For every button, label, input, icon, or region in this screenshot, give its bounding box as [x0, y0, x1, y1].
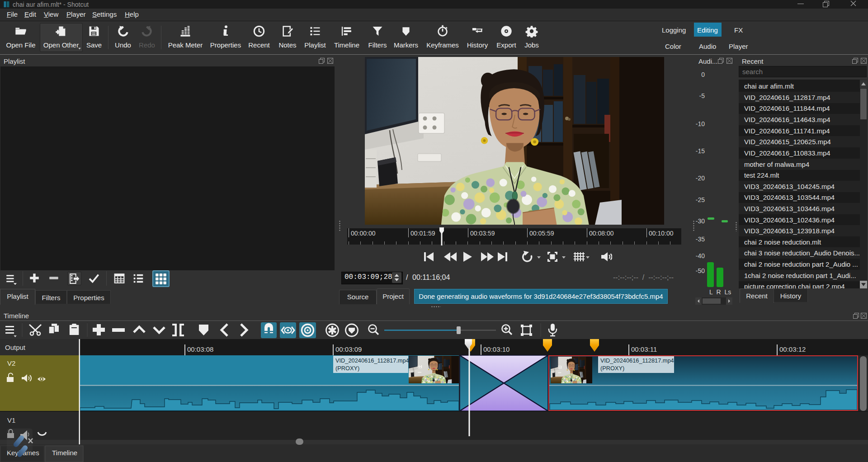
svg-text:V2: V2	[7, 359, 15, 367]
svg-text:(PROXY): (PROXY)	[335, 365, 359, 372]
svg-text:V1: V1	[7, 416, 15, 424]
svg-text:00:03:10: 00:03:10	[483, 345, 509, 353]
svg-text:00:03:08: 00:03:08	[187, 345, 213, 353]
svg-text:00:03:09: 00:03:09	[335, 345, 362, 353]
svg-text:VID_20240616_112817.mp4: VID_20240616_112817.mp4	[335, 357, 409, 364]
svg-text:Timeline: Timeline	[52, 449, 77, 457]
svg-text:(PROXY): (PROXY)	[600, 365, 624, 372]
svg-text:00:03:12: 00:03:12	[779, 345, 806, 353]
svg-text:VID_20240616_112817.mp4: VID_20240616_112817.mp4	[600, 357, 674, 364]
svg-text:00:03:11: 00:03:11	[631, 345, 657, 353]
svg-text:Output: Output	[5, 344, 26, 351]
svg-text:Timeline: Timeline	[4, 312, 29, 320]
